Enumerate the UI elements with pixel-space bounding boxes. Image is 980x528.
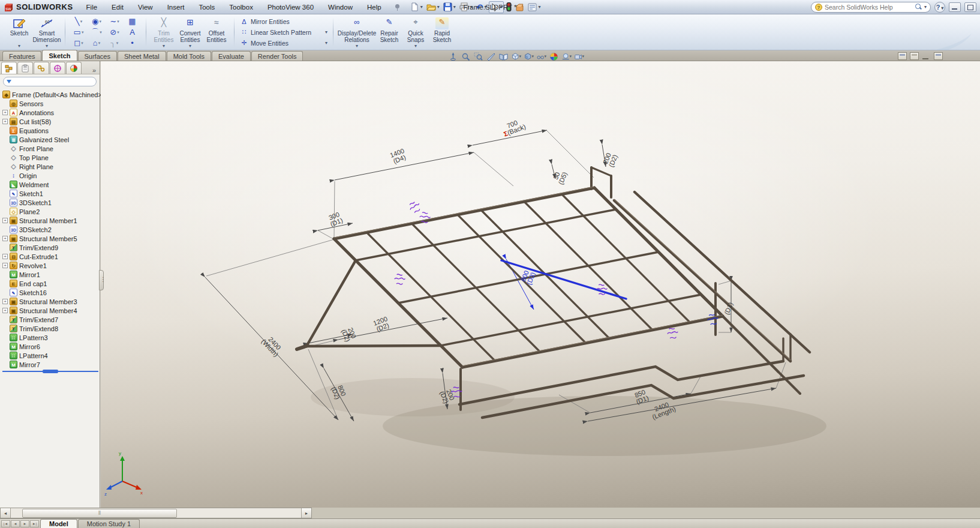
tree-item-mirror6[interactable]: M Mirror6 xyxy=(1,342,100,351)
tree-item-trim-extend9[interactable]: T Trim/Extend9 xyxy=(1,243,100,252)
panel-splitter-handle[interactable] xyxy=(99,270,104,290)
tree-item-galvanized-steel[interactable]: ≣ Galvanized Steel xyxy=(1,135,100,144)
entity-sketch-picture-tool[interactable]: ▦ xyxy=(124,16,142,27)
tree-item-3dsketch2[interactable]: 3D 3DSketch2 xyxy=(1,225,100,234)
entity-spline-tool[interactable]: ∼ xyxy=(106,16,124,27)
tab-sketch[interactable]: Sketch xyxy=(42,50,77,61)
dimxpertmanager-tab[interactable] xyxy=(50,62,65,74)
menu-item-insert[interactable]: Insert xyxy=(160,0,192,14)
study-tab-model[interactable]: Model xyxy=(40,519,77,528)
expand-toggle[interactable] xyxy=(2,218,8,223)
entity-polygon-tool[interactable]: ⌂ xyxy=(88,38,106,49)
last-tab-button[interactable] xyxy=(30,520,39,527)
tree-item-end-cap1[interactable]: E End cap1 xyxy=(1,279,100,288)
tab-mold-tools[interactable]: Mold Tools xyxy=(167,51,211,61)
tree-item-trim-extend7[interactable]: T Trim/Extend7 xyxy=(1,315,100,324)
doc-restore-button[interactable] xyxy=(934,52,943,60)
rapid-sketch-button[interactable]: ✎ Rapid Sketch xyxy=(429,16,455,49)
previous-tab-button[interactable] xyxy=(11,520,20,527)
camera-views-icon[interactable] xyxy=(575,52,584,61)
tree-item-equations[interactable]: Σ Equations xyxy=(1,126,100,135)
more-tabs-chevron[interactable]: » xyxy=(92,67,100,74)
tab-evaluate[interactable]: Evaluate xyxy=(212,51,251,61)
expand-toggle[interactable] xyxy=(2,110,8,115)
tree-item-origin[interactable]: ↕ Origin xyxy=(1,171,100,180)
menu-item-file[interactable]: File xyxy=(79,0,105,14)
menu-item-window[interactable]: Window xyxy=(321,0,360,14)
menu-item-view[interactable]: View xyxy=(131,0,160,14)
select-button[interactable] xyxy=(489,1,504,13)
help-search-box[interactable]: ? ▾ xyxy=(811,2,931,13)
first-tab-button[interactable] xyxy=(1,520,10,527)
tree-item-mirror7[interactable]: M Mirror7 xyxy=(1,360,100,369)
configurationmanager-tab[interactable] xyxy=(34,62,49,74)
dropdown-arrow[interactable]: ▾ xyxy=(325,29,327,35)
tree-item-lpattern3[interactable]: ∷ LPattern3 xyxy=(1,333,100,342)
expand-toggle[interactable] xyxy=(2,254,8,259)
tree-filter-box[interactable] xyxy=(3,77,97,86)
tree-item-cut-extrude1[interactable]: ⊟ Cut-Extrude1 xyxy=(1,252,100,261)
hide-show-items-icon[interactable] xyxy=(537,52,546,61)
trim-entities-button[interactable]: ╳ Trim Entities ▾ xyxy=(151,16,177,49)
zoom-to-area-icon[interactable] xyxy=(474,52,483,61)
restore-button[interactable] xyxy=(964,2,976,12)
apply-scene-icon[interactable] xyxy=(562,52,572,61)
viewport-layout-icon[interactable] xyxy=(898,52,907,60)
scroll-left-button[interactable] xyxy=(1,508,11,518)
tree-item-weldment[interactable]: ◣ Weldment xyxy=(1,180,100,189)
tree-item-sketch16[interactable]: ✎ Sketch16 xyxy=(1,288,100,297)
entity-rectangle-tool[interactable]: ▭ xyxy=(70,27,88,38)
dropdown-arrow[interactable]: ▾ xyxy=(325,40,327,46)
save-button[interactable] xyxy=(442,1,457,13)
tree-item-trim-extend8[interactable]: T Trim/Extend8 xyxy=(1,324,100,333)
menu-item-help[interactable]: Help xyxy=(360,0,389,14)
menu-item-tools[interactable]: Tools xyxy=(191,0,222,14)
dropdown-arrow[interactable]: ▾ xyxy=(18,43,20,49)
tab-features[interactable]: Features xyxy=(2,51,41,61)
expand-toggle[interactable] xyxy=(2,236,8,241)
edit-appearance-icon[interactable] xyxy=(549,52,559,61)
propertymanager-tab[interactable] xyxy=(17,62,33,74)
rebuild-button[interactable] xyxy=(505,1,513,13)
quick-snaps-button[interactable]: ⌖ Quick Snaps ▾ xyxy=(402,16,429,49)
entity-line-tool[interactable]: ╲ xyxy=(70,16,88,27)
tree-item-sensors[interactable]: ◎ Sensors xyxy=(1,99,100,108)
menu-item-edit[interactable]: Edit xyxy=(104,0,131,14)
tree-item-structural-member5[interactable]: ▣ Structural Member5 xyxy=(1,234,100,243)
featuremanager-tree-tab[interactable] xyxy=(1,62,17,74)
tree-item-annotations[interactable]: A Annotations xyxy=(1,108,100,117)
tree-item-mirror1[interactable]: M Mirror1 xyxy=(1,270,100,279)
viewport-split-icon[interactable] xyxy=(910,52,919,60)
tree-item-lpattern4[interactable]: ∷ LPattern4 xyxy=(1,351,100,360)
repair-sketch-button[interactable]: ✎ Repair Sketch xyxy=(376,16,402,49)
dropdown-arrow[interactable]: ▾ xyxy=(189,43,191,49)
search-dropdown-arrow[interactable]: ▾ xyxy=(924,4,927,10)
display-delete-relations-button[interactable]: ∞ Display/Delete Relations ▾ xyxy=(338,16,376,49)
entity-ellipse-tool[interactable]: ⊘ xyxy=(106,27,124,38)
tree-item-3dsketch1[interactable]: 3D 3DSketch1 xyxy=(1,198,100,207)
displaymanager-tab[interactable] xyxy=(66,62,82,74)
tab-surfaces[interactable]: Surfaces xyxy=(78,51,117,61)
pushpin-icon[interactable] xyxy=(393,3,402,11)
study-tab-motion-study-1[interactable]: Motion Study 1 xyxy=(78,519,140,528)
expand-toggle[interactable] xyxy=(2,119,8,124)
display-style-icon[interactable] xyxy=(524,52,534,61)
tree-item-right-plane[interactable]: ◇ Right Plane xyxy=(1,162,100,171)
expand-toggle[interactable] xyxy=(2,299,8,304)
tree-item-front-plane[interactable]: ◇ Front Plane xyxy=(1,144,100,153)
entity-point-tool[interactable]: • xyxy=(124,38,142,49)
dropdown-arrow[interactable]: ▾ xyxy=(46,43,48,49)
section-view-icon[interactable] xyxy=(499,52,509,61)
orientation-icon[interactable] xyxy=(449,52,458,61)
linear-sketch-pattern-button[interactable]: ∷ Linear Sketch Pattern ▾ xyxy=(239,28,329,37)
sketch-button[interactable]: Sketch ▾ xyxy=(5,16,33,49)
help-button[interactable]: ? xyxy=(934,2,945,13)
graphics-viewport[interactable]: yxz 700Σ(Back)1400(D4)200(D2)30(D5)300(D… xyxy=(101,61,980,508)
entity-text-tool[interactable]: A xyxy=(124,27,142,38)
view-selector-icon[interactable] xyxy=(486,52,496,61)
options-button[interactable] xyxy=(527,1,542,13)
entity-arc-tool[interactable]: ⌒ xyxy=(88,27,106,38)
smart-dimension-button[interactable]: 60 Smart Dimension ▾ xyxy=(33,16,61,49)
tab-sheet-metal[interactable]: Sheet Metal xyxy=(118,51,166,61)
tree-root-frame[interactable]: ◆ Frame (Default<As Machined>< xyxy=(1,90,100,99)
